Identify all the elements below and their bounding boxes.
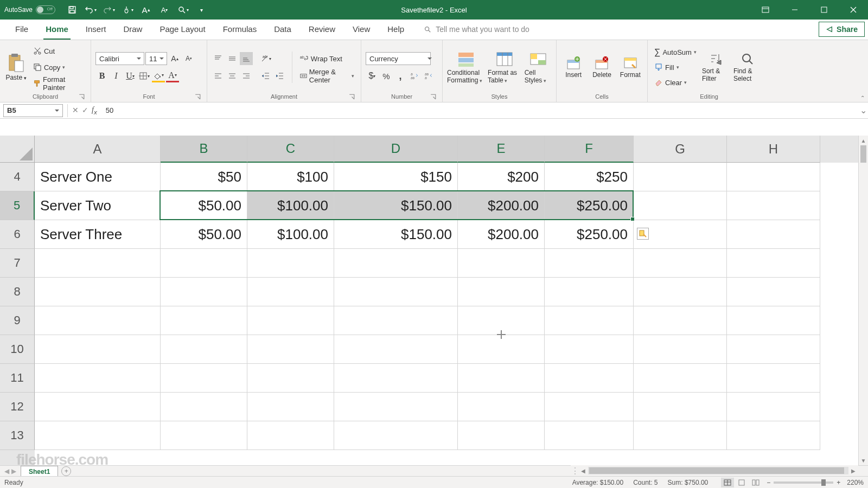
cell-F12[interactable]	[545, 393, 634, 421]
cell-E8[interactable]	[458, 278, 545, 306]
cell-D10[interactable]	[334, 335, 458, 364]
zoom-level-label[interactable]: 220%	[847, 479, 864, 486]
cell-H5[interactable]	[727, 191, 820, 220]
cell-G9[interactable]	[634, 306, 727, 335]
cell-B8[interactable]	[161, 278, 247, 306]
merge-center-button[interactable]: Merge & Center ▾	[298, 69, 356, 83]
paste-options-tag[interactable]	[637, 228, 649, 240]
row-header-7[interactable]: 7	[0, 249, 35, 278]
cell-D9[interactable]	[334, 306, 458, 335]
cell-A13[interactable]	[35, 421, 161, 450]
font-dialog-launcher[interactable]	[194, 93, 201, 100]
cell-D8[interactable]	[334, 278, 458, 306]
cell-C7[interactable]	[247, 249, 334, 278]
cell-G13[interactable]	[634, 421, 727, 450]
cell-H9[interactable]	[727, 306, 820, 335]
column-header-A[interactable]: A	[35, 136, 161, 163]
cell-D6[interactable]: $150.00	[334, 220, 458, 249]
delete-cells-button[interactable]: Delete	[589, 56, 614, 79]
cell-E7[interactable]	[458, 249, 545, 278]
cell-A5[interactable]: Server Two	[35, 191, 161, 220]
align-top-icon[interactable]	[212, 52, 225, 65]
cell-G11[interactable]	[634, 364, 727, 393]
row-header-10[interactable]: 10	[0, 335, 35, 364]
sheet-prev-icon[interactable]: ◀	[4, 467, 9, 475]
cut-button[interactable]: Cut	[31, 44, 86, 58]
expand-formula-bar-icon[interactable]: ⌄	[858, 104, 868, 118]
decrease-font-icon[interactable]: A▾	[182, 52, 195, 65]
comma-format-icon[interactable]: ,	[394, 69, 407, 82]
cell-D4[interactable]: $150	[334, 163, 458, 191]
cell-G5[interactable]	[634, 191, 727, 220]
page-layout-view-icon[interactable]	[735, 478, 748, 487]
accounting-format-icon[interactable]: $ ▾	[366, 69, 379, 82]
cell-C9[interactable]	[247, 306, 334, 335]
alignment-dialog-launcher[interactable]	[348, 93, 355, 100]
cell-C4[interactable]: $100	[247, 163, 334, 191]
select-all-button[interactable]	[0, 136, 35, 163]
zoom-slider-track[interactable]	[774, 481, 833, 484]
cell-B12[interactable]	[161, 393, 247, 421]
align-bottom-icon[interactable]	[240, 52, 253, 65]
cell-B11[interactable]	[161, 364, 247, 393]
cell-F4[interactable]: $250	[545, 163, 634, 191]
column-header-C[interactable]: C	[247, 136, 334, 163]
decrease-decimal-icon[interactable]: .00.0	[422, 69, 435, 82]
font-decrease-icon[interactable]: A▾	[155, 0, 174, 20]
decrease-indent-icon[interactable]	[259, 69, 272, 82]
cell-A9[interactable]	[35, 306, 161, 335]
cell-E4[interactable]: $200	[458, 163, 545, 191]
touch-mode-icon[interactable]: ▾	[118, 0, 137, 20]
tab-view[interactable]: View	[344, 19, 379, 40]
cell-F10[interactable]	[545, 335, 634, 364]
clipboard-dialog-launcher[interactable]	[78, 93, 85, 100]
normal-view-icon[interactable]	[721, 478, 734, 487]
cell-D11[interactable]	[334, 364, 458, 393]
cell-D5[interactable]: $150.00	[334, 191, 458, 220]
maximize-icon[interactable]	[809, 0, 839, 20]
cell-B4[interactable]: $50	[161, 163, 247, 191]
cell-B13[interactable]	[161, 421, 247, 450]
tab-help[interactable]: Help	[379, 19, 413, 40]
number-format-select[interactable]: Currency	[366, 52, 431, 65]
bold-icon[interactable]: B	[95, 69, 108, 82]
font-size-select[interactable]: 11	[145, 52, 167, 65]
cell-E6[interactable]: $200.00	[458, 220, 545, 249]
cell-F5[interactable]: $250.00	[545, 191, 634, 220]
enter-formula-icon[interactable]: ✓	[82, 106, 88, 114]
cell-D13[interactable]	[334, 421, 458, 450]
cell-G12[interactable]	[634, 393, 727, 421]
vertical-scrollbar[interactable]: ▲▼	[858, 136, 868, 465]
cell-C5[interactable]: $100.00	[247, 191, 334, 220]
undo-icon[interactable]: ▾	[81, 0, 100, 20]
column-header-B[interactable]: B	[161, 136, 247, 163]
cell-E10[interactable]	[458, 335, 545, 364]
row-header-5[interactable]: 5	[0, 191, 35, 220]
conditional-formatting-button[interactable]: Conditional Formatting	[447, 50, 484, 84]
cell-A12[interactable]	[35, 393, 161, 421]
align-left-icon[interactable]	[212, 69, 225, 82]
zoom-in-button[interactable]: +	[837, 479, 840, 486]
cell-B7[interactable]	[161, 249, 247, 278]
cell-D7[interactable]	[334, 249, 458, 278]
cell-B10[interactable]	[161, 335, 247, 364]
cancel-formula-icon[interactable]: ✕	[72, 106, 79, 114]
sheet-next-icon[interactable]: ▶	[11, 467, 16, 475]
minimize-icon[interactable]	[780, 0, 809, 20]
row-header-9[interactable]: 9	[0, 306, 35, 335]
formula-input[interactable]: 50	[99, 106, 858, 114]
close-icon[interactable]	[839, 0, 868, 20]
cell-styles-button[interactable]: Cell Styles	[525, 50, 552, 84]
cell-F7[interactable]	[545, 249, 634, 278]
cell-H4[interactable]	[727, 163, 820, 191]
wrap-text-button[interactable]: abWrap Text	[298, 52, 356, 66]
row-header-4[interactable]: 4	[0, 163, 35, 191]
cell-C11[interactable]	[247, 364, 334, 393]
align-middle-icon[interactable]	[226, 52, 239, 65]
tab-draw[interactable]: Draw	[114, 19, 151, 40]
cell-B9[interactable]	[161, 306, 247, 335]
cell-H13[interactable]	[727, 421, 820, 450]
qat-customize-icon[interactable]: ▾	[192, 0, 210, 20]
collapse-ribbon-icon[interactable]: ⌃	[860, 95, 865, 101]
underline-icon[interactable]: U ▾	[124, 69, 137, 82]
